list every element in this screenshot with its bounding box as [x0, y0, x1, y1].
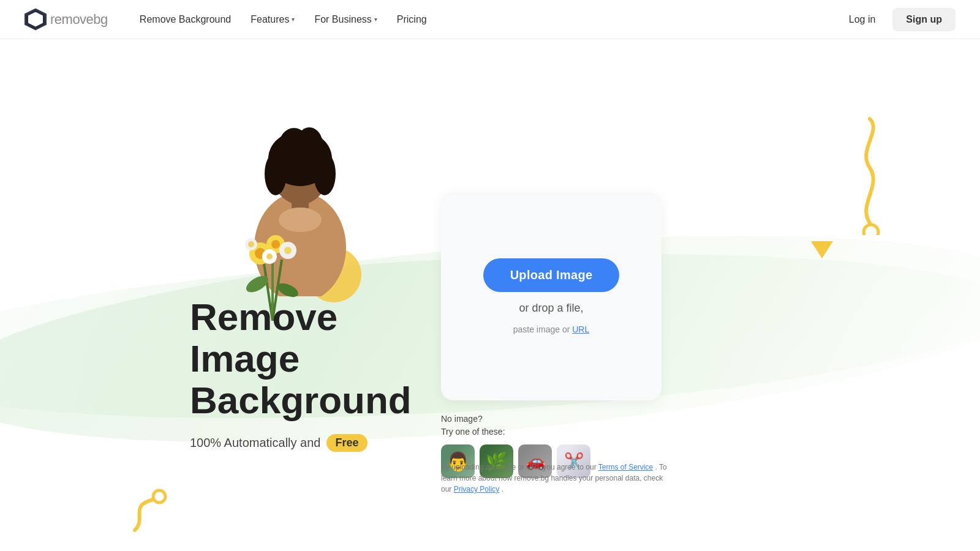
for-business-dropdown-arrow: ▾: [374, 16, 377, 23]
upload-image-button[interactable]: Upload Image: [483, 258, 620, 292]
privacy-policy-link[interactable]: Privacy Policy: [454, 485, 500, 493]
legal-text: By uploading an image or URL you agree t…: [441, 462, 674, 495]
nav-item-for-business[interactable]: For Business ▾: [307, 9, 384, 30]
svg-point-24: [284, 247, 292, 254]
features-dropdown-arrow: ▾: [292, 16, 295, 23]
nav-item-pricing[interactable]: Pricing: [390, 9, 434, 30]
nav-links: Remove Background Features ▾ For Busines…: [132, 9, 839, 30]
navbar: removebg Remove Background Features ▾ Fo…: [0, 0, 980, 39]
url-link[interactable]: URL: [572, 324, 589, 334]
paste-text: paste image or URL: [513, 324, 590, 334]
nav-item-remove-background[interactable]: Remove Background: [132, 9, 238, 30]
svg-point-26: [266, 253, 273, 260]
svg-point-29: [153, 490, 165, 503]
svg-marker-2: [32, 16, 39, 23]
svg-marker-1: [29, 13, 42, 26]
triangle-decoration: [811, 241, 833, 258]
nav-item-features[interactable]: Features ▾: [243, 9, 302, 30]
hero-section: Remove Image Background 100% Automatical…: [0, 39, 980, 551]
top-right-decoration: [821, 113, 894, 238]
upload-card[interactable]: Upload Image or drop a file, paste image…: [441, 192, 662, 400]
svg-point-8: [314, 152, 336, 195]
drop-text: or drop a file,: [519, 302, 583, 315]
svg-marker-0: [26, 10, 45, 29]
hero-subtitle: 100% Automatically and Free: [190, 434, 447, 452]
svg-point-22: [271, 240, 280, 249]
bottom-left-decoration: [123, 487, 178, 539]
sample-label: No image? Try one of these:: [441, 413, 590, 438]
free-badge: Free: [326, 434, 367, 452]
logo[interactable]: removebg: [24, 9, 108, 31]
hero-title: Remove Image Background: [190, 296, 447, 422]
terms-of-service-link[interactable]: Terms of Service: [598, 463, 653, 471]
svg-point-3: [864, 225, 878, 235]
login-button[interactable]: Log in: [839, 9, 886, 30]
logo-text: removebg: [50, 12, 108, 28]
signup-button[interactable]: Sign up: [892, 8, 956, 31]
svg-point-28: [248, 241, 254, 247]
nav-auth-buttons: Log in Sign up: [839, 8, 956, 31]
svg-point-10: [296, 127, 323, 162]
logo-icon: [24, 9, 47, 31]
hero-text-block: Remove Image Background 100% Automatical…: [190, 296, 447, 452]
